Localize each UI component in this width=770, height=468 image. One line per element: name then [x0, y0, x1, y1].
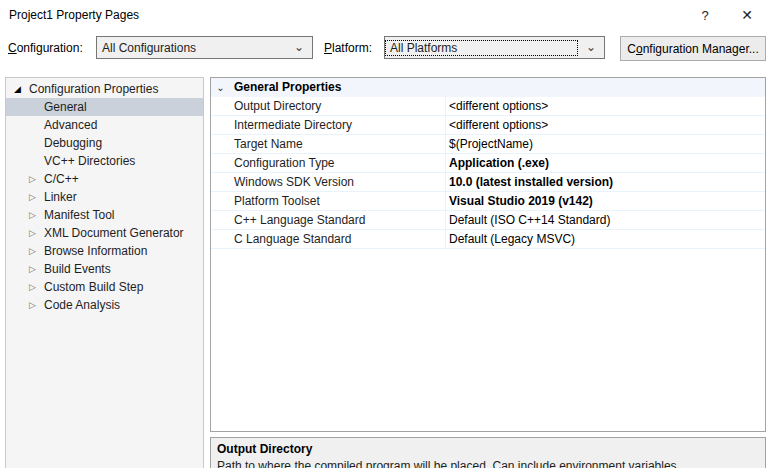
property-value[interactable]: <different options>: [445, 116, 765, 134]
property-value[interactable]: 10.0 (latest installed version): [445, 173, 765, 191]
platform-selected-value: All Platforms: [385, 40, 578, 56]
tree-collapsed-icon[interactable]: ▷: [29, 188, 44, 206]
tree-item-general[interactable]: General: [6, 98, 203, 116]
property-name: Configuration Type: [211, 154, 445, 172]
description-title: Output Directory: [217, 442, 759, 456]
property-value[interactable]: Default (Legacy MSVC): [445, 230, 765, 248]
tree-item-label: Debugging: [44, 134, 106, 152]
property-row-c-language-standard[interactable]: C Language StandardDefault (Legacy MSVC): [211, 230, 765, 249]
property-value[interactable]: Application (.exe): [445, 154, 765, 172]
configuration-select[interactable]: All Configurations ⌄: [96, 36, 313, 59]
property-value[interactable]: Default (ISO C++14 Standard): [445, 211, 765, 229]
property-row-c-language-standard[interactable]: C++ Language StandardDefault (ISO C++14 …: [211, 211, 765, 230]
property-row-intermediate-directory[interactable]: Intermediate Directory<different options…: [211, 116, 765, 135]
configuration-selected-value: All Configurations: [97, 40, 286, 56]
tree-collapsed-icon[interactable]: ▷: [29, 224, 44, 242]
property-value[interactable]: <different options>: [445, 97, 765, 115]
property-name: C Language Standard: [211, 230, 445, 248]
property-value[interactable]: Visual Studio 2019 (v142): [445, 192, 765, 210]
tree-collapsed-icon[interactable]: ▷: [29, 242, 44, 260]
description-text: Path to where the compiled program will …: [217, 459, 759, 468]
tree-item-label: Code Analysis: [44, 296, 124, 314]
tree-item-vc-directories[interactable]: VC++ Directories: [6, 152, 203, 170]
tree-collapsed-icon[interactable]: ▷: [29, 278, 44, 296]
property-description-panel: Output Directory Path to where the compi…: [210, 437, 766, 468]
chevron-down-icon: ⌄: [286, 37, 312, 58]
tree-item-label: Manifest Tool: [44, 206, 118, 224]
tree-item-label: XML Document Generator: [44, 224, 188, 242]
property-name: C++ Language Standard: [211, 211, 445, 229]
tree-item-label: General: [44, 98, 91, 116]
tree-item-xml-document-generator[interactable]: ▷XML Document Generator: [6, 224, 203, 242]
configuration-label: Configuration:: [8, 41, 83, 55]
tree-collapsed-icon[interactable]: ▷: [29, 170, 44, 188]
platform-select[interactable]: All Platforms ⌄: [384, 36, 605, 59]
tree-item-label: C/C++: [44, 170, 83, 188]
tree-item-advanced[interactable]: Advanced: [6, 116, 203, 134]
window-title: Project1 Property Pages: [9, 8, 139, 22]
property-name: Windows SDK Version: [211, 173, 445, 191]
help-button[interactable]: ?: [684, 0, 726, 30]
property-row-platform-toolset[interactable]: Platform ToolsetVisual Studio 2019 (v142…: [211, 192, 765, 211]
property-name: Intermediate Directory: [211, 116, 445, 134]
tree-item-browse-information[interactable]: ▷Browse Information: [6, 242, 203, 260]
config-tree[interactable]: ◢Configuration PropertiesGeneralAdvanced…: [5, 77, 204, 468]
property-name: Target Name: [211, 135, 445, 153]
tree-item-configuration-properties[interactable]: ◢Configuration Properties: [6, 80, 203, 98]
property-row-target-name[interactable]: Target Name$(ProjectName): [211, 135, 765, 154]
close-button[interactable]: ✕: [726, 0, 768, 30]
grid-section-header[interactable]: ⌄ General Properties: [211, 78, 765, 97]
tree-item-label: Configuration Properties: [29, 80, 162, 98]
tree-collapsed-icon[interactable]: ▷: [29, 206, 44, 224]
tree-item-code-analysis[interactable]: ▷Code Analysis: [6, 296, 203, 314]
property-grid[interactable]: ⌄ General Properties Output Directory<di…: [210, 77, 766, 432]
configuration-toolbar: Configuration: All Configurations ⌄ Plat…: [0, 36, 770, 68]
property-name: Platform Toolset: [211, 192, 445, 210]
property-row-configuration-type[interactable]: Configuration TypeApplication (.exe): [211, 154, 765, 173]
property-rows: Output Directory<different options>Inter…: [211, 97, 765, 249]
help-icon: ?: [701, 8, 708, 23]
property-row-output-directory[interactable]: Output Directory<different options>: [211, 97, 765, 116]
chevron-down-icon: ⌄: [578, 37, 604, 58]
section-title: General Properties: [230, 78, 341, 97]
tree-item-manifest-tool[interactable]: ▷Manifest Tool: [6, 206, 203, 224]
tree-item-label: VC++ Directories: [44, 152, 139, 170]
configuration-manager-label: Configuration Manager...: [627, 42, 758, 56]
tree-expanded-icon[interactable]: ◢: [14, 80, 29, 98]
close-icon: ✕: [741, 7, 753, 23]
configuration-manager-button[interactable]: Configuration Manager...: [620, 36, 766, 61]
tree-item-label: Build Events: [44, 260, 115, 278]
tree-item-c-c[interactable]: ▷C/C++: [6, 170, 203, 188]
tree-collapsed-icon[interactable]: ▷: [29, 260, 44, 278]
tree-item-label: Advanced: [44, 116, 101, 134]
tree-item-linker[interactable]: ▷Linker: [6, 188, 203, 206]
property-value[interactable]: $(ProjectName): [445, 135, 765, 153]
tree-item-label: Linker: [44, 188, 81, 206]
tree-collapsed-icon[interactable]: ▷: [29, 296, 44, 314]
tree-item-label: Custom Build Step: [44, 278, 147, 296]
property-name: Output Directory: [211, 97, 445, 115]
tree-item-label: Browse Information: [44, 242, 151, 260]
title-bar[interactable]: Project1 Property Pages ? ✕: [0, 0, 770, 30]
section-collapse-icon[interactable]: ⌄: [211, 78, 230, 97]
tree-item-debugging[interactable]: Debugging: [6, 134, 203, 152]
platform-label: Platform:: [324, 41, 372, 55]
tree-item-build-events[interactable]: ▷Build Events: [6, 260, 203, 278]
property-row-windows-sdk-version[interactable]: Windows SDK Version10.0 (latest installe…: [211, 173, 765, 192]
tree-item-custom-build-step[interactable]: ▷Custom Build Step: [6, 278, 203, 296]
